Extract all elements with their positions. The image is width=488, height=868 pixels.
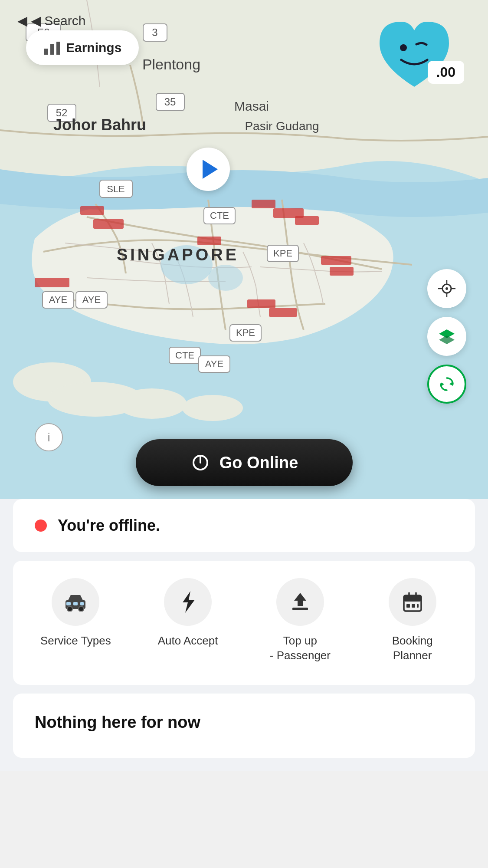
map-view[interactable]: E2 3 52 35 SLE CTE KPE AYE AYE KPE CTE A…	[0, 0, 488, 499]
service-types-button[interactable]: Service Types	[22, 578, 130, 663]
svg-rect-69	[80, 602, 84, 605]
svg-point-46	[117, 388, 187, 419]
svg-rect-71	[292, 608, 308, 610]
svg-rect-11	[269, 308, 297, 317]
car-icon	[64, 592, 87, 612]
top-up-button[interactable]: Top up- Passenger	[246, 578, 354, 663]
svg-rect-79	[417, 604, 419, 608]
options-grid: Service Types Auto Accept	[22, 578, 466, 663]
svg-rect-49	[50, 44, 54, 55]
top-up-label: Top up- Passenger	[270, 634, 331, 663]
svg-text:AYE: AYE	[49, 294, 67, 305]
svg-text:CTE: CTE	[175, 350, 194, 361]
bar-chart-icon	[43, 40, 61, 56]
svg-text:KPE: KPE	[236, 327, 255, 338]
svg-text:SLE: SLE	[107, 184, 125, 194]
calendar-icon	[402, 591, 423, 613]
svg-marker-70	[183, 591, 195, 613]
booking-planner-icon-wrap	[389, 578, 436, 626]
svg-point-65	[67, 606, 72, 612]
booking-planner-label: BookingPlanner	[392, 634, 433, 663]
svg-rect-4	[93, 219, 124, 229]
svg-text:Pasir Gudang: Pasir Gudang	[245, 119, 319, 133]
svg-text:Masai: Masai	[234, 99, 269, 113]
svg-rect-13	[321, 256, 351, 265]
svg-text:AYE: AYE	[82, 294, 101, 305]
svg-marker-59	[439, 335, 455, 344]
svg-text:3: 3	[152, 26, 157, 38]
svg-point-2	[208, 265, 243, 291]
svg-text:Johor Bahru: Johor Bahru	[53, 116, 146, 134]
service-types-icon-wrap	[52, 578, 99, 626]
back-arrow-icon: ◀	[17, 13, 27, 28]
bottom-panel: You're offline. Service T	[0, 499, 488, 771]
svg-rect-10	[247, 299, 275, 308]
svg-rect-7	[295, 216, 319, 225]
location-button[interactable]	[427, 269, 466, 308]
offline-status-card: You're offline.	[13, 499, 475, 552]
nothing-here-title: Nothing here for now	[35, 713, 453, 732]
go-online-button[interactable]: Go Online	[136, 439, 353, 486]
svg-rect-9	[35, 278, 69, 287]
svg-rect-5	[252, 200, 275, 208]
layers-button[interactable]	[427, 317, 466, 356]
svg-rect-77	[406, 604, 410, 608]
refresh-icon	[437, 375, 456, 394]
svg-rect-14	[330, 267, 354, 276]
booking-planner-button[interactable]: BookingPlanner	[358, 578, 466, 663]
svg-rect-48	[44, 49, 48, 55]
svg-point-53	[445, 287, 448, 290]
go-online-label: Go Online	[219, 454, 298, 472]
price-display: .00	[428, 61, 464, 84]
play-button[interactable]	[187, 148, 230, 191]
svg-marker-60	[449, 381, 453, 386]
auto-accept-label: Auto Accept	[158, 634, 218, 648]
price-value: .00	[436, 64, 455, 80]
svg-rect-78	[412, 604, 415, 608]
svg-point-51	[400, 44, 407, 51]
svg-rect-68	[73, 602, 78, 605]
info-button[interactable]: i	[35, 423, 63, 451]
svg-text:SINGAPORE: SINGAPORE	[117, 246, 239, 264]
earnings-label: Earnings	[66, 40, 121, 55]
svg-rect-67	[66, 602, 71, 605]
auto-accept-button[interactable]: Auto Accept	[134, 578, 242, 663]
service-types-label: Service Types	[40, 634, 111, 648]
svg-text:AYE: AYE	[205, 358, 223, 369]
svg-point-66	[79, 606, 84, 612]
crosshair-icon	[437, 279, 456, 298]
auto-accept-icon-wrap	[164, 578, 212, 626]
nothing-here-card: Nothing here for now	[13, 694, 475, 758]
svg-marker-72	[294, 593, 306, 606]
bolt-icon	[178, 590, 197, 614]
upload-icon	[290, 591, 311, 613]
svg-point-47	[182, 395, 243, 421]
earnings-button[interactable]: Earnings	[26, 30, 139, 65]
svg-text:35: 35	[164, 96, 176, 108]
refresh-button[interactable]	[427, 365, 466, 404]
svg-rect-3	[80, 206, 104, 215]
options-card: Service Types Auto Accept	[13, 561, 475, 685]
power-icon	[190, 452, 211, 473]
svg-text:Plentong: Plentong	[142, 56, 200, 72]
svg-text:KPE: KPE	[273, 248, 292, 259]
svg-rect-74	[404, 595, 421, 602]
search-label: ◀ Search	[31, 13, 85, 28]
map-controls	[427, 269, 466, 404]
search-back-button[interactable]: ◀ ◀ Search	[17, 13, 85, 28]
offline-label: You're offline.	[58, 516, 160, 535]
svg-marker-61	[441, 382, 444, 387]
info-icon: i	[47, 431, 50, 444]
layers-icon	[437, 327, 456, 346]
svg-rect-50	[56, 42, 60, 55]
top-up-icon-wrap	[276, 578, 324, 626]
svg-text:CTE: CTE	[210, 210, 229, 221]
offline-indicator	[35, 519, 47, 532]
svg-rect-8	[197, 237, 221, 245]
